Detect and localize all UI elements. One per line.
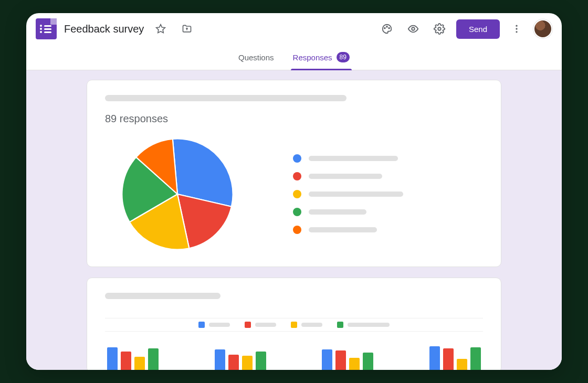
pie-legend [293, 154, 403, 234]
bar-legend-item [198, 322, 230, 328]
legend-item [293, 190, 403, 198]
legend-label-placeholder [309, 174, 382, 179]
legend-color-square [198, 322, 205, 328]
svg-point-4 [412, 27, 415, 30]
bar-group [322, 341, 373, 370]
header: Feedback survey Send [26, 13, 562, 39]
legend-item [293, 226, 403, 234]
settings-icon[interactable] [430, 19, 449, 38]
responses-count-text: 89 responses [105, 113, 483, 125]
forms-logo-icon[interactable] [36, 18, 57, 39]
tab-questions-label: Questions [238, 53, 274, 62]
document-title[interactable]: Feedback survey [64, 23, 144, 35]
legend-label-placeholder [255, 323, 276, 327]
legend-item [293, 154, 403, 163]
app-window: Feedback survey Send Questions Responses [26, 13, 562, 370]
svg-marker-0 [156, 25, 165, 33]
legend-item [293, 208, 403, 216]
bar-legend-item [245, 322, 276, 328]
bar-legend-item [337, 322, 390, 328]
content-area: 89 responses [26, 70, 562, 370]
bar-group [215, 341, 266, 370]
legend-color-square [291, 322, 297, 328]
bar [215, 349, 225, 370]
bar [443, 348, 454, 370]
bar [470, 347, 481, 370]
legend-label-placeholder [301, 323, 322, 327]
bar-chart-card [87, 278, 501, 370]
bar-group [107, 341, 159, 370]
legend-color-dot [293, 226, 301, 234]
legend-color-square [245, 322, 251, 328]
bar-legend-item [291, 322, 322, 328]
more-icon[interactable] [507, 19, 526, 38]
legend-color-dot [293, 172, 301, 180]
legend-color-dot [293, 208, 301, 216]
customize-theme-icon[interactable] [377, 19, 396, 38]
bar [349, 358, 360, 370]
tabs: Questions Responses 89 [26, 47, 562, 70]
summary-card: 89 responses [87, 80, 501, 267]
bar [242, 356, 253, 370]
bar [121, 352, 131, 370]
bar [134, 357, 145, 370]
preview-icon[interactable] [404, 19, 423, 38]
bar [107, 347, 118, 370]
bar [457, 359, 467, 370]
bar-chart [105, 341, 483, 370]
move-to-folder-icon[interactable] [177, 19, 196, 38]
svg-point-7 [516, 28, 517, 29]
pie-chart [120, 136, 235, 252]
legend-label-placeholder [209, 323, 230, 327]
legend-label-placeholder [309, 227, 377, 232]
star-icon[interactable] [151, 19, 170, 38]
responses-count-badge: 89 [337, 52, 350, 62]
svg-point-6 [516, 25, 517, 27]
legend-label-placeholder [309, 156, 398, 161]
bar [148, 348, 159, 370]
svg-point-3 [388, 28, 390, 29]
svg-point-2 [386, 26, 387, 27]
legend-color-square [337, 322, 343, 328]
svg-point-1 [384, 28, 385, 29]
legend-item [293, 172, 403, 180]
bar [322, 349, 332, 370]
svg-point-8 [516, 31, 517, 33]
svg-point-5 [438, 27, 441, 30]
bar [228, 355, 239, 370]
legend-color-dot [293, 190, 301, 198]
bar-legend [105, 318, 483, 332]
bar [256, 352, 266, 370]
question-title-placeholder [105, 293, 220, 299]
bar [335, 350, 346, 370]
legend-label-placeholder [309, 192, 403, 197]
bar [363, 353, 373, 370]
tab-responses-label: Responses [293, 53, 332, 62]
bar-group [429, 341, 481, 370]
legend-color-dot [293, 154, 301, 163]
account-avatar[interactable] [533, 19, 552, 38]
legend-label-placeholder [309, 209, 366, 215]
send-button[interactable]: Send [456, 19, 500, 39]
question-title-placeholder [105, 95, 346, 101]
legend-label-placeholder [348, 323, 390, 327]
tab-responses[interactable]: Responses 89 [291, 47, 352, 70]
bar [429, 346, 440, 370]
tab-questions[interactable]: Questions [236, 47, 276, 70]
